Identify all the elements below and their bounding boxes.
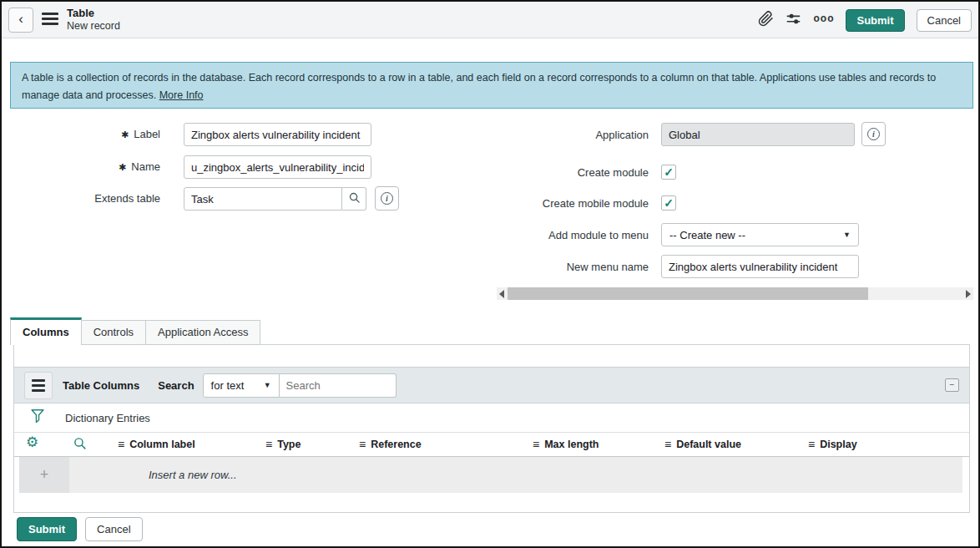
header-titles: Table New record — [67, 7, 120, 33]
extends-table-input[interactable] — [184, 187, 342, 211]
search-icon — [73, 440, 87, 453]
new-menu-name-input[interactable] — [661, 255, 859, 278]
scroll-left-arrow[interactable] — [497, 287, 507, 300]
extends-table-lookup-button[interactable] — [342, 187, 366, 211]
header-submit-button[interactable]: Submit — [846, 9, 904, 32]
back-button[interactable]: ‹ — [8, 8, 33, 33]
column-header-display[interactable]: ≡ Display — [808, 433, 857, 456]
back-chevron-icon: ‹ — [18, 11, 23, 28]
page-title: Table — [67, 7, 120, 20]
form-footer: Submit Cancel — [17, 517, 143, 541]
more-options-icon: ooo — [813, 13, 834, 23]
application-input — [661, 123, 855, 146]
page-subtitle: New record — [67, 20, 120, 33]
table-new-record-page: ‹ Table New record ooo Submit Cancel A t… — [0, 0, 980, 548]
table-columns-toolbar: Table Columns Search for text ▼ − — [14, 367, 969, 403]
label-input[interactable] — [184, 123, 371, 146]
add-module-to-menu-select[interactable]: -- Create new -- ▼ — [661, 223, 859, 246]
extends-table-label: Extends table — [2, 192, 160, 205]
context-menu-icon[interactable] — [42, 13, 58, 28]
required-icon: ✱ — [121, 129, 129, 140]
add-module-to-menu-label: Add module to menu — [503, 229, 649, 241]
column-menu-icon: ≡ — [664, 438, 671, 451]
header-actions: ooo Submit Cancel — [758, 2, 973, 38]
collapse-icon: − — [950, 381, 955, 389]
column-menu-icon: ≡ — [533, 438, 539, 451]
paperclip-icon — [758, 11, 774, 29]
column-menu-icon: ≡ — [808, 438, 815, 451]
application-info-button[interactable]: i — [861, 122, 886, 146]
label-field-label: ✱Label — [2, 128, 160, 140]
chevron-down-icon: ▼ — [264, 381, 271, 389]
search-type-select[interactable]: for text ▼ — [203, 373, 280, 398]
create-module-checkbox[interactable]: ✓ — [661, 165, 676, 180]
create-mobile-module-checkbox[interactable]: ✓ — [661, 195, 676, 211]
column-header-max-length[interactable]: ≡ Max length — [533, 433, 599, 456]
gear-icon[interactable]: ⚙ — [26, 435, 38, 449]
attachment-button[interactable] — [758, 11, 774, 29]
plus-icon[interactable]: + — [19, 457, 69, 493]
tab-strip: Columns Controls Application Access — [10, 317, 260, 345]
tab-application-access[interactable]: Application Access — [146, 320, 260, 345]
scrollbar-thumb[interactable] — [508, 287, 868, 300]
tab-controls[interactable]: Controls — [82, 320, 146, 345]
more-options-button[interactable]: ooo — [813, 13, 834, 27]
footer-cancel-button[interactable]: Cancel — [85, 517, 142, 541]
info-icon: i — [381, 192, 393, 205]
checkmark-icon: ✓ — [664, 196, 674, 210]
column-menu-icon: ≡ — [359, 438, 366, 451]
extends-table-group — [184, 187, 366, 211]
header-cancel-button[interactable]: Cancel — [917, 9, 972, 32]
checkmark-icon: ✓ — [664, 165, 674, 179]
search-icon — [348, 191, 361, 206]
extends-table-info-button[interactable]: i — [375, 186, 399, 211]
column-menu-icon: ≡ — [265, 438, 272, 451]
search-rows-button[interactable] — [73, 436, 87, 453]
search-input[interactable] — [280, 373, 397, 398]
name-field-label: ✱Name — [2, 160, 160, 173]
new-menu-name-label: New menu name — [503, 261, 649, 273]
list-context-menu-button[interactable] — [24, 372, 53, 399]
info-message-banner: A table is a collection of records in th… — [10, 62, 973, 109]
application-label: Application — [503, 129, 649, 141]
table-columns-title: Table Columns — [63, 379, 139, 392]
dictionary-entries-label: Dictionary Entries — [65, 412, 150, 424]
search-label: Search — [158, 379, 194, 392]
chevron-down-icon: ▼ — [843, 231, 851, 239]
filter-icon[interactable] — [30, 408, 45, 428]
insert-row-label: Insert a new row... — [149, 469, 237, 481]
collapse-list-button[interactable]: − — [945, 378, 959, 392]
column-header-reference[interactable]: ≡ Reference — [359, 433, 422, 456]
columns-tab-panel: Table Columns Search for text ▼ − Dictio… — [13, 344, 970, 513]
create-module-label: Create module — [503, 166, 649, 179]
column-menu-icon: ≡ — [118, 438, 124, 451]
column-header-column-label[interactable]: ≡ Column label — [118, 433, 195, 456]
sliders-icon — [786, 11, 801, 29]
insert-new-row[interactable]: + Insert a new row... — [19, 457, 962, 493]
table-column-headers: ⚙ ≡ Column label ≡ Type ≡ Reference ≡ Ma… — [14, 433, 969, 457]
form-header: ‹ Table New record ooo Submit Cancel — [2, 2, 978, 38]
column-header-default-value[interactable]: ≡ Default value — [664, 433, 741, 456]
info-icon: i — [867, 128, 880, 140]
create-mobile-module-label: Create mobile module — [503, 197, 649, 210]
scroll-right-arrow[interactable] — [963, 287, 973, 300]
dictionary-entries-row: Dictionary Entries — [14, 403, 969, 433]
horizontal-scrollbar[interactable] — [497, 287, 973, 300]
personalize-form-button[interactable] — [786, 11, 801, 29]
required-icon: ✱ — [119, 162, 126, 172]
column-header-type[interactable]: ≡ Type — [265, 433, 301, 456]
tab-columns[interactable]: Columns — [10, 317, 82, 345]
name-input[interactable] — [184, 155, 371, 179]
footer-submit-button[interactable]: Submit — [17, 517, 77, 541]
more-info-link[interactable]: More Info — [159, 89, 204, 101]
